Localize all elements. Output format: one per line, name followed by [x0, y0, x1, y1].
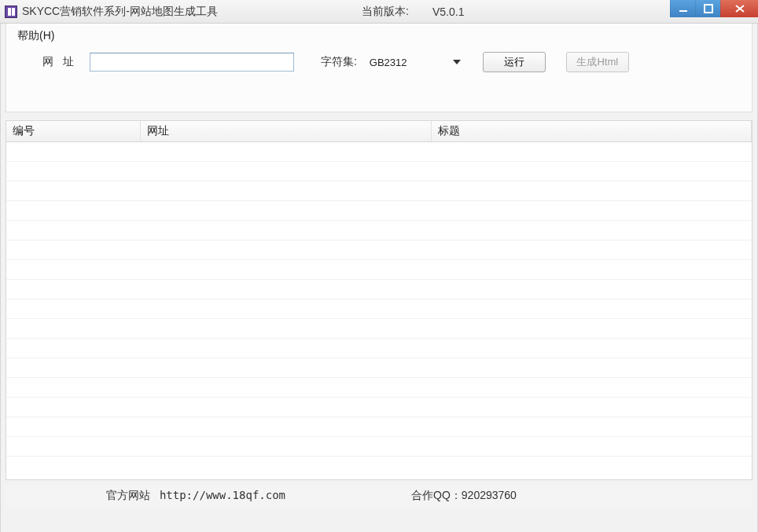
window-controls [670, 0, 758, 17]
qq-label: 合作QQ： [411, 489, 462, 501]
cell-title [431, 161, 752, 181]
partner-qq: 合作QQ：920293760 [411, 489, 517, 503]
version-value: V5.0.1 [432, 6, 464, 18]
charset-value: GB2312 [368, 57, 451, 68]
cell-title [431, 299, 752, 318]
svg-rect-0 [679, 10, 687, 12]
cell-url [140, 318, 431, 338]
table-row[interactable] [6, 161, 752, 181]
cell-title [431, 181, 752, 200]
cell-title [431, 279, 752, 299]
col-header-url[interactable]: 网址 [140, 121, 431, 141]
cell-num [6, 299, 140, 318]
cell-url [140, 200, 431, 220]
cell-num [6, 220, 140, 240]
table-row[interactable] [6, 200, 752, 220]
cell-title [431, 436, 752, 456]
cell-url [140, 299, 431, 318]
official-url-link[interactable]: http://www.18qf.com [160, 489, 285, 501]
menubar: 帮助(H) [6, 24, 752, 47]
table-row[interactable] [6, 141, 752, 161]
window-title: SKYCC营销软件系列-网站地图生成工具 [22, 5, 218, 19]
cell-num [6, 200, 140, 220]
table-row[interactable] [6, 397, 752, 416]
cell-title [431, 220, 752, 240]
cell-title [431, 377, 752, 397]
results-table-wrap: 编号 网址 标题 [6, 120, 752, 480]
cell-title [431, 200, 752, 220]
top-panel: 帮助(H) 网 址 字符集: GB2312 运行 生成Html [6, 24, 752, 112]
cell-url [140, 240, 431, 259]
col-header-num[interactable]: 编号 [6, 121, 140, 141]
version-label: 当前版本: [362, 5, 409, 19]
table-row[interactable] [6, 377, 752, 397]
table-row[interactable] [6, 358, 752, 377]
results-table: 编号 网址 标题 [6, 121, 752, 457]
app-icon [5, 6, 17, 18]
cell-url [140, 397, 431, 416]
cell-title [431, 338, 752, 358]
cell-url [140, 181, 431, 200]
cell-num [6, 318, 140, 338]
run-button[interactable]: 运行 [483, 52, 546, 72]
svg-rect-1 [705, 5, 712, 13]
table-header-row: 编号 网址 标题 [6, 121, 752, 141]
cell-title [431, 358, 752, 377]
maximize-icon [704, 4, 713, 13]
cell-url [140, 416, 431, 436]
footer: 官方网站 http://www.18qf.com 合作QQ：920293760 [6, 485, 752, 507]
minimize-icon [679, 4, 688, 13]
cell-url [140, 338, 431, 358]
table-row[interactable] [6, 259, 752, 279]
chevron-down-icon [451, 57, 462, 68]
url-input[interactable] [90, 53, 294, 72]
menu-help[interactable]: 帮助(H) [14, 28, 57, 45]
toolbar: 网 址 字符集: GB2312 运行 生成Html [6, 47, 752, 72]
official-label: 官方网站 [106, 489, 150, 501]
col-header-title[interactable]: 标题 [431, 121, 752, 141]
table-row[interactable] [6, 318, 752, 338]
table-row[interactable] [6, 220, 752, 240]
cell-num [6, 416, 140, 436]
cell-url [140, 141, 431, 161]
official-site: 官方网站 http://www.18qf.com [106, 489, 285, 503]
cell-num [6, 358, 140, 377]
cell-title [431, 318, 752, 338]
generate-html-button[interactable]: 生成Html [566, 52, 629, 72]
cell-num [6, 181, 140, 200]
maximize-button[interactable] [695, 0, 720, 17]
close-icon [734, 4, 745, 13]
cell-num [6, 141, 140, 161]
charset-label: 字符集: [321, 55, 357, 69]
qq-value: 920293760 [462, 489, 517, 501]
cell-title [431, 240, 752, 259]
close-button[interactable] [720, 0, 758, 17]
cell-title [431, 141, 752, 161]
charset-combo[interactable]: GB2312 [368, 53, 462, 71]
cell-title [431, 397, 752, 416]
titlebar: SKYCC营销软件系列-网站地图生成工具 当前版本: V5.0.1 [0, 0, 758, 24]
cell-num [6, 161, 140, 181]
cell-url [140, 358, 431, 377]
cell-num [6, 436, 140, 456]
cell-url [140, 161, 431, 181]
table-row[interactable] [6, 338, 752, 358]
table-row[interactable] [6, 181, 752, 200]
cell-num [6, 240, 140, 259]
client-area: 帮助(H) 网 址 字符集: GB2312 运行 生成Html 编号 [0, 24, 758, 532]
cell-url [140, 220, 431, 240]
table-row[interactable] [6, 279, 752, 299]
cell-num [6, 259, 140, 279]
table-row[interactable] [6, 436, 752, 456]
cell-url [140, 259, 431, 279]
table-row[interactable] [6, 240, 752, 259]
cell-num [6, 279, 140, 299]
cell-title [431, 416, 752, 436]
minimize-button[interactable] [670, 0, 695, 17]
url-label: 网 址 [42, 55, 77, 69]
cell-title [431, 259, 752, 279]
table-row[interactable] [6, 299, 752, 318]
cell-num [6, 377, 140, 397]
table-row[interactable] [6, 416, 752, 436]
cell-url [140, 377, 431, 397]
